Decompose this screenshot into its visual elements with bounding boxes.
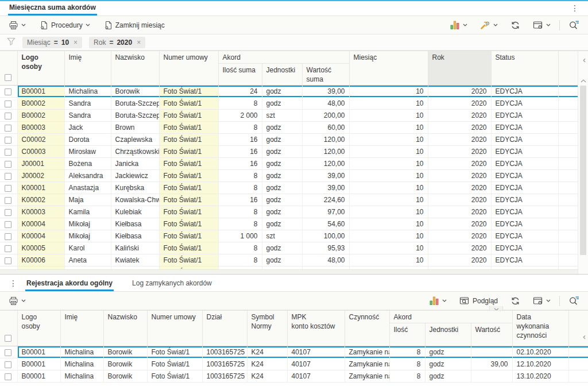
- column-header-wartosc-suma[interactable]: Wartość suma: [302, 64, 349, 86]
- row-checkbox[interactable]: [5, 373, 11, 380]
- table-row[interactable]: B00002SandraBoruta-SzczepaFoto Świat/12 …: [0, 110, 578, 122]
- table-row[interactable]: J00001BożenaJanickaFoto Świat/116godz120…: [0, 158, 578, 170]
- tools-button[interactable]: [477, 18, 501, 32]
- cell-logo: K00001: [17, 182, 64, 194]
- table-row[interactable]: C00003MirosławChrząstkowskiFoto Świat/11…: [0, 146, 578, 158]
- filter-chip-month[interactable]: Miesiąc = 10 ×: [22, 37, 82, 48]
- chart-button[interactable]: [427, 294, 450, 307]
- column-header-logo[interactable]: Logo osoby: [17, 311, 60, 346]
- column-header-nazwisko[interactable]: Nazwisko: [103, 311, 147, 346]
- cell-dzial: 1003165725: [202, 358, 247, 370]
- column-group-akord[interactable]: Akord: [218, 51, 349, 64]
- table-row[interactable]: B00001MichalinaBorowikFoto Świat/1100316…: [0, 346, 588, 358]
- row-checkbox[interactable]: [5, 349, 11, 356]
- column-header-mpk[interactable]: MPK konto kosztów: [287, 311, 345, 346]
- row-checkbox[interactable]: [5, 101, 11, 107]
- row-checkbox[interactable]: [5, 233, 11, 240]
- table-row[interactable]: K00002MajaKowalska-ChwiFoto Świat/116god…: [0, 194, 578, 206]
- column-header-nazwisko[interactable]: Nazwisko: [111, 51, 159, 86]
- row-checkbox[interactable]: [5, 125, 11, 132]
- cell-logo: B00001: [17, 86, 64, 98]
- row-checkbox[interactable]: [5, 113, 11, 119]
- column-group-akord[interactable]: Akord: [389, 311, 512, 323]
- chart-button[interactable]: [447, 18, 470, 32]
- table-row[interactable]: B00001MichalinaBorowikFoto Świat/1100316…: [0, 370, 588, 383]
- column-header-miesiac[interactable]: Miesiąc: [349, 51, 428, 86]
- row-checkbox[interactable]: [5, 137, 11, 144]
- column-header-umowa[interactable]: Numer umowy: [147, 311, 202, 346]
- table-row[interactable]: C00002DorotaCzaplewskaFoto Świat/116godz…: [0, 134, 578, 146]
- horizontal-scrollbar[interactable]: [0, 269, 578, 274]
- tab-monthly-sum[interactable]: Miesięczna suma akordów: [8, 1, 97, 16]
- cell-ilosc: 8: [218, 182, 262, 194]
- row-checkbox[interactable]: [5, 245, 11, 252]
- cell-jedn: szt: [262, 110, 302, 122]
- column-header-status[interactable]: Status: [491, 51, 558, 86]
- column-header-jednostki[interactable]: Jednostki: [425, 323, 471, 346]
- column-header-czynnosc[interactable]: Czynność: [345, 311, 389, 346]
- refresh-button[interactable]: [508, 294, 523, 308]
- cell-umowa: Foto Świat/1: [159, 134, 218, 146]
- row-checkbox[interactable]: [5, 257, 11, 264]
- vertical-scrollbar[interactable]: ‹: [578, 51, 588, 274]
- row-checkbox[interactable]: [5, 185, 11, 192]
- layout-options-button[interactable]: [530, 294, 554, 308]
- search-button[interactable]: [566, 18, 582, 32]
- cell-logo: C00002: [17, 134, 64, 146]
- panel-more-options-icon[interactable]: ⋮: [8, 279, 25, 291]
- tab-log[interactable]: Log zamykanych akordów: [131, 276, 213, 291]
- collapse-panel-icon[interactable]: ‹: [583, 56, 586, 64]
- column-header-wartosc[interactable]: Wartość: [471, 323, 512, 346]
- row-checkbox[interactable]: [5, 197, 11, 204]
- row-checkbox[interactable]: [5, 361, 11, 368]
- row-checkbox[interactable]: [5, 221, 11, 228]
- refresh-button[interactable]: [508, 18, 523, 32]
- search-button[interactable]: [566, 294, 582, 308]
- table-row[interactable]: K00004MikołajKiełbasaFoto Świat/11 000sz…: [0, 230, 578, 242]
- remove-filter-icon[interactable]: ×: [137, 38, 141, 47]
- row-checkbox[interactable]: [5, 209, 11, 216]
- table-row[interactable]: K00001AnastazjaKurębskaFoto Świat/18godz…: [0, 182, 578, 194]
- column-header-umowa[interactable]: Numer umowy: [159, 51, 218, 86]
- table-row[interactable]: B00001MichalinaBorowikFoto Świat/1100316…: [0, 358, 588, 370]
- row-checkbox[interactable]: [5, 173, 11, 180]
- collapse-panel-icon[interactable]: ‹: [583, 333, 586, 341]
- table-row[interactable]: K00003KamilaKulebiakFoto Świat/18godz97,…: [0, 206, 578, 218]
- column-header-ilosc[interactable]: Ilość: [389, 323, 425, 346]
- column-header-imie[interactable]: Imię: [64, 51, 111, 86]
- print-button[interactable]: [6, 294, 29, 308]
- column-header-rok[interactable]: Rok: [428, 51, 491, 86]
- column-header-symbol-normy[interactable]: Symbol Normy: [247, 311, 287, 346]
- table-row[interactable]: J00002AleksandraJackiewiczFoto Świat/18g…: [0, 170, 578, 182]
- scrollbar-thumb[interactable]: [580, 86, 586, 255]
- column-header-data-wykonania[interactable]: Data wykonania czynności: [512, 311, 568, 346]
- row-checkbox[interactable]: [5, 88, 11, 95]
- row-checkbox[interactable]: [5, 149, 11, 156]
- filter-chip-year[interactable]: Rok = 2020 ×: [89, 37, 145, 48]
- cell-logo: K00002: [17, 194, 64, 206]
- select-all-checkbox[interactable]: [5, 335, 11, 342]
- column-header-jednostki[interactable]: Jednostki: [262, 64, 302, 86]
- preview-button[interactable]: Podgląd: [457, 294, 501, 308]
- print-button[interactable]: [6, 18, 29, 32]
- select-all-checkbox[interactable]: [5, 74, 11, 81]
- tab-registration[interactable]: Rejestracja akordu ogólny: [25, 276, 114, 291]
- scroll-up-icon[interactable]: [581, 76, 586, 84]
- table-row[interactable]: B00003JackBrownFoto Świat/18godz60,00102…: [0, 122, 578, 134]
- table-row[interactable]: B00001MichalinaBorowikFoto Świat/124godz…: [0, 86, 578, 98]
- table-row[interactable]: B00002SandraBoruta-SzczepaFoto Świat/18g…: [0, 98, 578, 110]
- column-header-dzial[interactable]: Dział: [202, 311, 247, 346]
- column-header-imie[interactable]: Imię: [60, 311, 103, 346]
- close-month-button[interactable]: Zamknij miesiąc: [101, 18, 168, 32]
- layout-options-button[interactable]: [530, 18, 554, 32]
- column-header-ilosc-suma[interactable]: Ilość suma: [218, 64, 262, 86]
- more-options-icon[interactable]: ⋮: [567, 4, 582, 16]
- row-checkbox[interactable]: [5, 161, 11, 168]
- procedures-button[interactable]: Procedury: [37, 18, 93, 32]
- column-header-logo[interactable]: Logo osoby: [17, 51, 64, 86]
- table-row[interactable]: K00006AnetaKwiatekFoto Świat/18godz48,00…: [0, 254, 578, 267]
- remove-filter-icon[interactable]: ×: [74, 38, 78, 47]
- table-row[interactable]: K00004MikołajKiełbasaFoto Świat/18godz54…: [0, 218, 578, 230]
- cell-fill: [558, 122, 578, 134]
- table-row[interactable]: K00005KarolKalińskiFoto Świat/18godz95,9…: [0, 242, 578, 254]
